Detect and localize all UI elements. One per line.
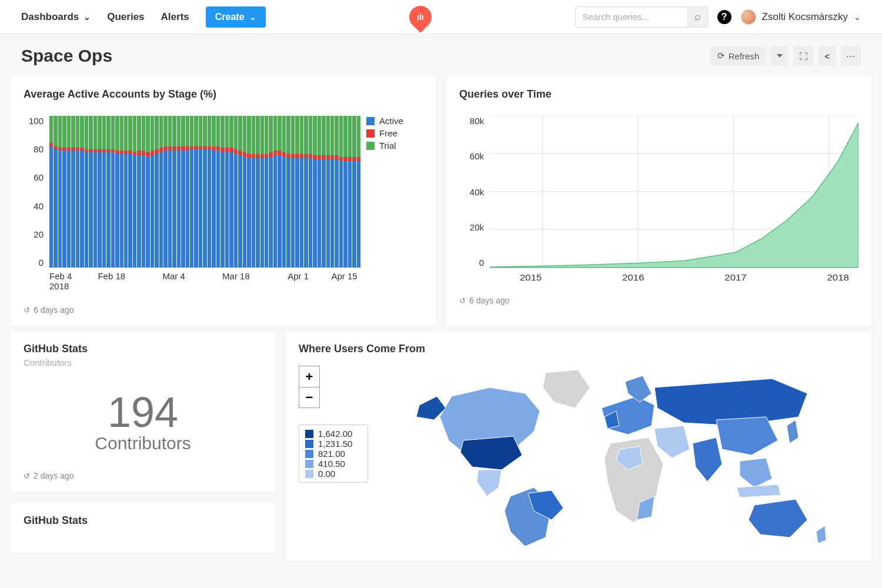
page-title: Space Ops — [21, 46, 710, 66]
card-github-stats-2: GitHub Stats — [11, 503, 275, 553]
page-actions: Refresh — [710, 46, 861, 66]
nav-dashboards[interactable]: Dashboards ⌄ — [21, 11, 91, 23]
main-nav: Dashboards ⌄ Queries Alerts Create ⌄ — [21, 6, 266, 28]
help-icon[interactable]: ? — [717, 10, 731, 24]
queries-area-svg: 2015201620172018 — [490, 116, 858, 285]
svg-text:2016: 2016 — [622, 273, 644, 282]
nav-dashboards-label: Dashboards — [21, 11, 79, 23]
accounts-x-axis: Feb 42018Feb 18Mar 4Mar 18Apr 1Apr 15 — [49, 271, 360, 295]
legend-item-active: Active — [366, 116, 423, 126]
chevron-down-icon — [777, 54, 783, 58]
card-footer: 2 days ago — [24, 471, 262, 480]
header-right-tools: ? Zsolti Kocsmárszky ⌄ — [575, 6, 861, 28]
accounts-chart: 100806040200 Feb 42018Feb 18Mar 4Mar 18A… — [24, 116, 423, 295]
map-legend-label: 0.00 — [318, 469, 335, 479]
card-title: Queries over Time — [459, 88, 858, 101]
search-icon — [694, 13, 701, 22]
map-body: + − 1,642.00 1,231.50 821.00 410.50 0.00 — [299, 358, 858, 549]
svg-text:2018: 2018 — [827, 273, 849, 282]
map-legend-row: 410.50 — [305, 459, 362, 469]
svg-text:2015: 2015 — [520, 273, 542, 282]
map-legend-row: 821.00 — [305, 449, 362, 459]
create-button-label: Create — [215, 12, 245, 22]
page-head: Space Ops Refresh — [0, 34, 882, 74]
legend-item-trial: Trial — [366, 141, 423, 151]
stat-value: 194 — [24, 391, 262, 433]
card-accounts-by-stage: Average Active Accounts by Stage (%) 100… — [11, 76, 436, 326]
chevron-down-icon: ⌄ — [249, 12, 256, 22]
create-button[interactable]: Create ⌄ — [206, 6, 266, 28]
expand-icon — [799, 51, 808, 61]
map-legend-label: 1,642.00 — [318, 429, 352, 439]
refresh-button-label: Refresh — [729, 51, 760, 61]
clock-icon — [24, 305, 30, 315]
share-icon — [824, 51, 830, 61]
map-legend-row: 0.00 — [305, 469, 362, 479]
legend-label: Active — [379, 116, 403, 126]
clock-icon — [24, 471, 30, 480]
card-subtitle: Contributors — [24, 358, 262, 368]
avatar — [741, 9, 756, 25]
card-footer-text: 2 days ago — [34, 471, 74, 480]
search-button[interactable] — [687, 7, 707, 27]
svg-text:2017: 2017 — [724, 273, 746, 282]
search-input[interactable] — [576, 7, 687, 26]
nav-alerts[interactable]: Alerts — [161, 11, 189, 23]
clock-icon — [459, 296, 466, 305]
accounts-legend: Active Free Trial — [366, 116, 423, 295]
accounts-bars — [49, 116, 360, 268]
card-title: GitHub Stats — [24, 343, 262, 355]
legend-item-free: Free — [366, 128, 423, 138]
card-title: Average Active Accounts by Stage (%) — [24, 88, 423, 101]
legend-label: Free — [379, 128, 397, 138]
map-legend-label: 1,231.50 — [318, 439, 352, 449]
card-title: Where Users Come From — [299, 343, 858, 355]
map-legend-row: 1,642.00 — [305, 429, 362, 439]
map-legend-label: 410.50 — [318, 459, 345, 469]
more-button[interactable] — [840, 46, 861, 66]
map-zoom-out-button[interactable]: − — [299, 387, 320, 408]
accounts-y-axis: 100806040200 — [24, 116, 44, 268]
chevron-down-icon: ⌄ — [83, 12, 91, 22]
fullscreen-button[interactable] — [793, 46, 814, 66]
row-1: Average Active Accounts by Stage (%) 100… — [0, 74, 882, 329]
more-icon — [846, 51, 855, 61]
map-legend-row: 1,231.50 — [305, 439, 362, 449]
queries-chart: 80k60k40k20k0 2015201620172018 — [459, 116, 858, 285]
card-footer: 6 days ago — [459, 296, 858, 305]
nav-queries[interactable]: Queries — [107, 11, 144, 23]
map-legend-label: 821.00 — [318, 449, 345, 459]
card-footer: 6 days ago — [24, 305, 423, 315]
search-wrap — [575, 6, 708, 28]
queries-y-axis: 80k60k40k20k0 — [459, 116, 484, 268]
stat-label: Contributors — [24, 433, 262, 453]
card-footer-text: 6 days ago — [469, 296, 510, 305]
app-header: Dashboards ⌄ Queries Alerts Create ⌄ ılı… — [0, 0, 882, 34]
card-github-stats-contributors: GitHub Stats Contributors 194 Contributo… — [11, 331, 275, 492]
card-title: GitHub Stats — [24, 514, 262, 527]
row-2: GitHub Stats Contributors 194 Contributo… — [0, 329, 882, 563]
world-map[interactable] — [380, 358, 858, 549]
chevron-down-icon: ⌄ — [854, 12, 861, 22]
card-footer-text: 6 days ago — [34, 305, 74, 315]
legend-label: Trial — [379, 141, 396, 151]
refresh-menu-button[interactable] — [771, 46, 789, 66]
user-menu[interactable]: Zsolti Kocsmárszky ⌄ — [741, 9, 861, 25]
app-logo-icon[interactable]: ılı — [405, 1, 436, 33]
map-zoom-in-button[interactable]: + — [299, 366, 320, 387]
map-legend: 1,642.00 1,231.50 821.00 410.50 0.00 — [299, 425, 368, 483]
user-name-label: Zsolti Kocsmárszky — [762, 11, 848, 23]
logo-area: ılı — [266, 6, 575, 28]
share-button[interactable] — [818, 46, 836, 66]
map-zoom-controls: + − — [299, 366, 320, 408]
card-where-users-come-from: Where Users Come From + − 1,642.00 1,231… — [286, 331, 871, 561]
refresh-button[interactable]: Refresh — [710, 46, 767, 66]
card-queries-over-time: Queries over Time 80k60k40k20k0 20152016… — [446, 76, 871, 326]
refresh-icon — [717, 51, 725, 61]
